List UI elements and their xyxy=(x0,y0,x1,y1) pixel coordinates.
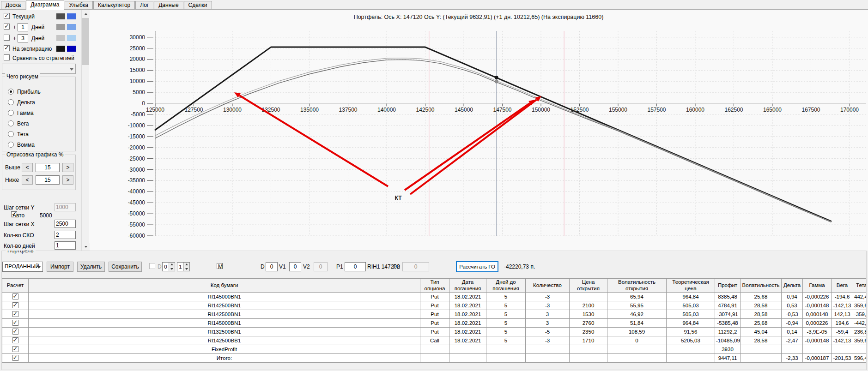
col-header-calc[interactable]: Расчет xyxy=(2,279,29,293)
cell-quantity[interactable]: 3 xyxy=(526,318,570,327)
days-offset-input[interactable] xyxy=(18,34,28,42)
import-button[interactable]: Импорт xyxy=(47,262,73,272)
days-count-input[interactable] xyxy=(55,241,76,250)
cell-quantity[interactable]: -3 xyxy=(526,301,570,310)
scroll-down-icon[interactable] xyxy=(82,243,90,251)
col-header-quantity[interactable]: Количество xyxy=(526,279,570,293)
row-calc-checkbox[interactable] xyxy=(12,320,18,326)
cell-open-price[interactable]: 1710 xyxy=(570,336,607,345)
col-header-delta[interactable]: Дельта xyxy=(782,279,803,293)
range-input[interactable] xyxy=(36,163,60,172)
increase-button[interactable]: > xyxy=(62,163,73,172)
cell-open-price[interactable] xyxy=(570,353,607,362)
col-header-theo-price[interactable]: Теоретическая цена xyxy=(667,279,715,293)
row-calc-checkbox[interactable] xyxy=(12,302,18,308)
cell-calc xyxy=(2,292,29,301)
series-checkbox[interactable] xyxy=(4,45,10,51)
row-calc-checkbox[interactable] xyxy=(12,337,18,343)
col-header-days-to-expiry[interactable]: Дней до погашения xyxy=(486,279,526,293)
radio-vomma[interactable] xyxy=(8,142,14,148)
col-header-expiry-date[interactable]: Дата погашения xyxy=(449,279,486,293)
row-calc-checkbox[interactable] xyxy=(12,346,18,352)
col-header-code[interactable]: Код бумаги xyxy=(29,279,420,293)
cell-open-price[interactable]: 1530 xyxy=(570,310,607,318)
cell-open-price[interactable]: 2760 xyxy=(570,318,607,327)
row-calc-checkbox[interactable] xyxy=(12,355,18,361)
dh-checkbox[interactable] xyxy=(149,263,155,269)
cell-quantity[interactable]: -3 xyxy=(526,336,570,345)
profit-chart[interactable]: 1250001275001300001325001350001375001400… xyxy=(89,10,868,251)
series-checkbox[interactable] xyxy=(4,13,10,19)
dh-spinner-1-input[interactable] xyxy=(163,263,169,271)
dh-spinner-1[interactable] xyxy=(162,262,175,271)
days-offset-input[interactable] xyxy=(18,23,28,31)
col-header-open-price[interactable]: Цена открытия xyxy=(570,279,607,293)
cell-quantity[interactable]: -5 xyxy=(526,327,570,336)
range-input[interactable] xyxy=(36,175,60,185)
cell-quantity[interactable] xyxy=(526,353,570,362)
cell-open-price[interactable]: 2350 xyxy=(570,327,607,336)
col-header-opt-type[interactable]: Тип опциона xyxy=(420,279,449,293)
decrease-button[interactable]: < xyxy=(22,175,33,185)
spin-down-icon[interactable] xyxy=(184,267,189,271)
sko-count-input[interactable] xyxy=(55,231,76,239)
row-calc-checkbox[interactable] xyxy=(12,293,18,299)
p2-input[interactable] xyxy=(402,262,429,271)
dh-spinner-2-input[interactable] xyxy=(177,263,183,271)
col-header-profit[interactable]: Профит xyxy=(715,279,741,293)
strategy-select[interactable] xyxy=(2,64,76,74)
cell-quantity[interactable]: -3 xyxy=(526,292,570,301)
field-input-d[interactable] xyxy=(266,262,278,271)
field-input-v2[interactable] xyxy=(314,262,328,271)
radio-delta[interactable] xyxy=(8,99,14,105)
panel-scrollbar[interactable] xyxy=(81,10,89,251)
radio-pribyl[interactable] xyxy=(8,89,14,95)
tab-ulybka[interactable]: Улыбка xyxy=(65,1,93,9)
cell-open-price[interactable]: 3760 xyxy=(570,292,607,301)
row-calc-checkbox[interactable] xyxy=(12,311,18,317)
tab-kalkulyator[interactable]: Калькулятор xyxy=(93,1,135,9)
field-input-p1[interactable] xyxy=(345,262,366,271)
radio-vega[interactable] xyxy=(8,120,14,126)
spin-up-icon[interactable] xyxy=(184,263,189,267)
scroll-up-icon[interactable] xyxy=(82,10,90,18)
save-button[interactable]: Сохранить xyxy=(109,262,142,272)
tab-sdelki[interactable]: Сделки xyxy=(184,1,212,9)
spin-up-icon[interactable] xyxy=(169,263,174,267)
calc-margin-button[interactable]: Рассчитать ГО xyxy=(456,261,498,272)
cell-theta: 442,43 xyxy=(853,292,867,301)
delete-button[interactable]: Удалить xyxy=(77,262,105,272)
tab-doska[interactable]: Доска xyxy=(1,1,25,9)
radio-teta[interactable] xyxy=(8,131,14,137)
cell-quantity[interactable]: 3 xyxy=(526,310,570,318)
col-header-gamma[interactable]: Гамма xyxy=(803,279,832,293)
portfolio-section: Портфель ПРОДАННЫЙ Импорт Удалить Сохран… xyxy=(1,251,867,370)
grid-step-x-input[interactable] xyxy=(55,220,76,228)
cell-open-price[interactable]: 2100 xyxy=(570,301,607,310)
series-checkbox[interactable] xyxy=(4,35,10,41)
compare-strategy-checkbox[interactable] xyxy=(4,54,10,60)
cell-open-price[interactable] xyxy=(570,345,607,353)
row-calc-checkbox[interactable] xyxy=(12,329,18,335)
tab-log[interactable]: Лог xyxy=(135,1,153,9)
cell-vega: 194,6 xyxy=(832,318,853,327)
tab-dannye[interactable]: Данные xyxy=(154,1,183,9)
decrease-button[interactable]: < xyxy=(22,163,33,172)
col-header-open-vol[interactable]: Волатильность открытия xyxy=(607,279,667,293)
tab-diagramma[interactable]: Диаграмма xyxy=(26,0,64,10)
col-header-volatility[interactable]: Волатильность xyxy=(741,279,782,293)
portfolio-select[interactable]: ПРОДАННЫЙ xyxy=(2,262,43,272)
col-header-vega[interactable]: Вега xyxy=(832,279,853,293)
col-header-theta[interactable]: Тета xyxy=(853,279,867,293)
increase-button[interactable]: > xyxy=(62,175,73,185)
radio-gamma[interactable] xyxy=(8,110,14,116)
cell-quantity[interactable] xyxy=(526,345,570,353)
dropdown-caret-icon xyxy=(70,68,73,71)
grid-step-y-input[interactable] xyxy=(55,203,76,211)
scroll-thumb[interactable] xyxy=(82,18,89,65)
spin-down-icon[interactable] xyxy=(169,267,174,271)
dh-spinner-2[interactable] xyxy=(177,262,190,271)
field-input-v1[interactable] xyxy=(289,262,301,271)
render-range-row: Ниже<> xyxy=(2,175,75,185)
series-checkbox[interactable] xyxy=(4,24,10,30)
